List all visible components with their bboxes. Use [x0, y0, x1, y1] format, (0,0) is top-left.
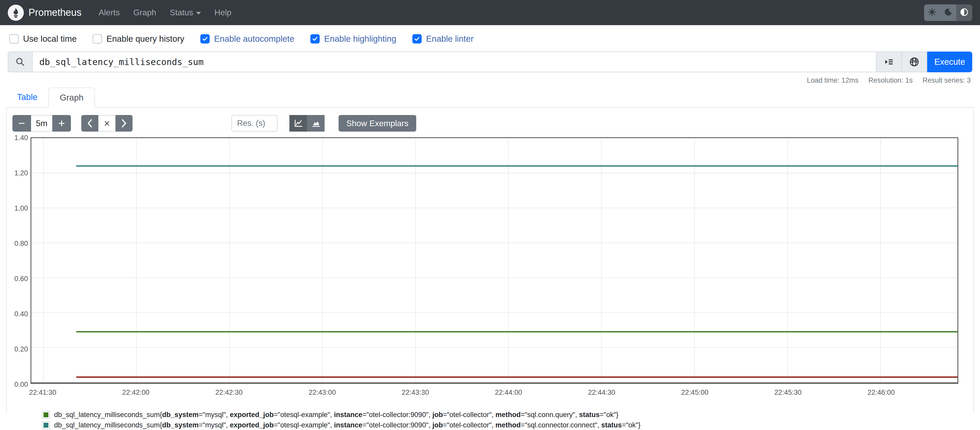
- range-increase-button[interactable]: +: [52, 115, 71, 132]
- graph-controls: − + ×: [13, 115, 973, 132]
- execute-button[interactable]: Execute: [927, 51, 972, 72]
- option-enable-highlighting[interactable]: Enable highlighting: [310, 34, 396, 44]
- tab-bar: Table Graph: [6, 88, 974, 108]
- x-tick-label: 22:46:00: [868, 388, 895, 396]
- option-label[interactable]: Enable autocomplete: [214, 34, 294, 44]
- option-label[interactable]: Enable query history: [107, 34, 184, 44]
- option-enable-query-history[interactable]: Enable query history: [93, 34, 184, 44]
- time-shift-group: ×: [81, 115, 132, 132]
- option-label[interactable]: Enable highlighting: [324, 34, 396, 44]
- check-icon: [312, 36, 318, 42]
- x-tick-label: 22:44:00: [495, 388, 522, 396]
- x-tick-label: 22:41:30: [29, 388, 56, 396]
- check-icon: [414, 36, 420, 42]
- result-series: Result series: 3: [923, 77, 971, 85]
- y-tick-label: 0.40: [7, 310, 28, 318]
- legend-series-label: db_sql_latency_milliseconds_sum{db_syste…: [54, 421, 641, 429]
- sun-icon: [928, 8, 937, 18]
- y-tick-label: 1.40: [7, 134, 28, 142]
- search-icon: [8, 51, 33, 72]
- time-clear-button[interactable]: ×: [99, 115, 115, 132]
- legend-swatch: [42, 421, 50, 429]
- checkbox-checked[interactable]: [310, 34, 320, 43]
- theme-button-circle-half[interactable]: [956, 5, 972, 21]
- legend-item-1[interactable]: db_sql_latency_milliseconds_sum{db_syste…: [42, 421, 973, 429]
- options-row: Use local timeEnable query historyEnable…: [9, 34, 972, 44]
- metrics-explorer-button[interactable]: [877, 51, 902, 72]
- check-icon: [202, 36, 208, 42]
- circle-half-icon: [959, 8, 969, 18]
- x-tick-label: 22:45:00: [681, 388, 708, 396]
- query-input[interactable]: [33, 51, 877, 72]
- brand-title: Prometheus: [29, 7, 81, 18]
- theme-button-sun[interactable]: [924, 5, 940, 21]
- time-back-button[interactable]: [81, 115, 99, 132]
- tab-table[interactable]: Table: [6, 88, 48, 108]
- chart-area: 0.000.200.400.600.801.001.201.40 22:41:3…: [7, 137, 973, 400]
- nav-item-help[interactable]: Help: [208, 5, 238, 20]
- legend-item-0[interactable]: db_sql_latency_milliseconds_sum{db_syste…: [42, 411, 973, 419]
- option-enable-linter[interactable]: Enable linter: [412, 34, 473, 44]
- option-label[interactable]: Use local time: [23, 34, 76, 44]
- y-tick-label: 0.00: [7, 380, 28, 388]
- show-exemplars-button[interactable]: Show Exemplars: [339, 115, 416, 132]
- y-tick-label: 0.60: [7, 275, 28, 283]
- checkbox-unchecked[interactable]: [93, 34, 102, 43]
- nav-item-graph[interactable]: Graph: [127, 5, 163, 20]
- nav-links: AlertsGraphStatusHelp: [92, 5, 238, 20]
- option-label[interactable]: Enable linter: [426, 34, 473, 44]
- globe-icon-button[interactable]: [902, 51, 927, 72]
- chart-plot[interactable]: [30, 137, 958, 384]
- stacked-chart-icon-button[interactable]: [307, 115, 325, 132]
- theme-toggle-group: [924, 5, 972, 21]
- x-tick-label: 22:42:00: [122, 388, 150, 396]
- resolution-input[interactable]: [231, 115, 277, 132]
- prometheus-brand-link[interactable]: Prometheus: [8, 5, 81, 21]
- x-tick-label: 22:43:30: [402, 388, 429, 396]
- legend-swatch: [42, 411, 50, 419]
- theme-button-moon[interactable]: [940, 5, 956, 21]
- range-decrease-button[interactable]: −: [13, 115, 31, 132]
- navbar: Prometheus AlertsGraphStatusHelp: [0, 0, 980, 25]
- load-time: Load time: 12ms: [807, 77, 859, 85]
- moon-icon: [944, 8, 953, 18]
- range-input[interactable]: [31, 115, 52, 132]
- y-tick-label: 0.80: [7, 240, 28, 248]
- prometheus-logo-icon: [8, 5, 24, 21]
- option-use-local-time[interactable]: Use local time: [9, 34, 76, 44]
- line-chart-icon-button[interactable]: [290, 115, 307, 132]
- y-tick-label: 0.20: [7, 345, 28, 353]
- y-tick-label: 1.00: [7, 205, 28, 213]
- legend-series-label: db_sql_latency_milliseconds_sum{db_syste…: [54, 411, 618, 419]
- x-tick-label: 22:44:30: [588, 388, 615, 396]
- chart-legend: db_sql_latency_milliseconds_sum{db_syste…: [42, 411, 973, 430]
- option-enable-autocomplete[interactable]: Enable autocomplete: [200, 34, 294, 44]
- tab-graph[interactable]: Graph: [48, 88, 95, 108]
- checkbox-checked[interactable]: [200, 34, 210, 43]
- checkbox-checked[interactable]: [412, 34, 422, 43]
- x-tick-label: 22:45:30: [775, 388, 802, 396]
- chart-type-toggle: [290, 115, 325, 132]
- time-forward-button[interactable]: [115, 115, 132, 132]
- nav-item-status[interactable]: Status: [163, 5, 208, 20]
- nav-item-alerts[interactable]: Alerts: [92, 5, 127, 20]
- resolution: Resolution: 1s: [869, 77, 913, 85]
- query-stats: Load time: 12ms Resolution: 1s Result se…: [0, 77, 971, 85]
- range-control-group: − +: [13, 115, 71, 132]
- chart-canvas: [31, 138, 958, 382]
- x-tick-label: 22:42:30: [215, 388, 243, 396]
- y-tick-label: 1.20: [7, 169, 28, 177]
- query-bar: Execute: [8, 51, 972, 72]
- checkbox-unchecked[interactable]: [9, 34, 19, 43]
- x-tick-label: 22:43:00: [309, 388, 336, 396]
- graph-panel: − + ×: [6, 108, 974, 413]
- caret-down-icon: [196, 12, 201, 14]
